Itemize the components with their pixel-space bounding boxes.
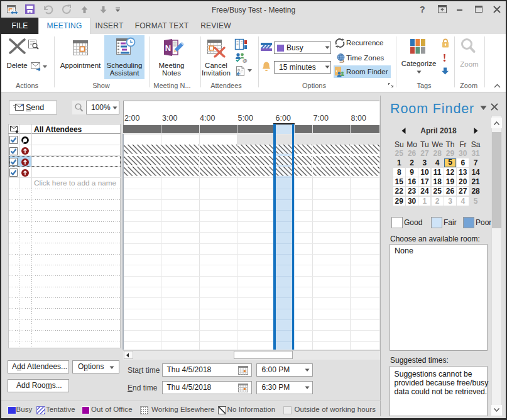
svg-text:N: N [165, 43, 171, 53]
svg-text:@: @ [243, 58, 248, 64]
